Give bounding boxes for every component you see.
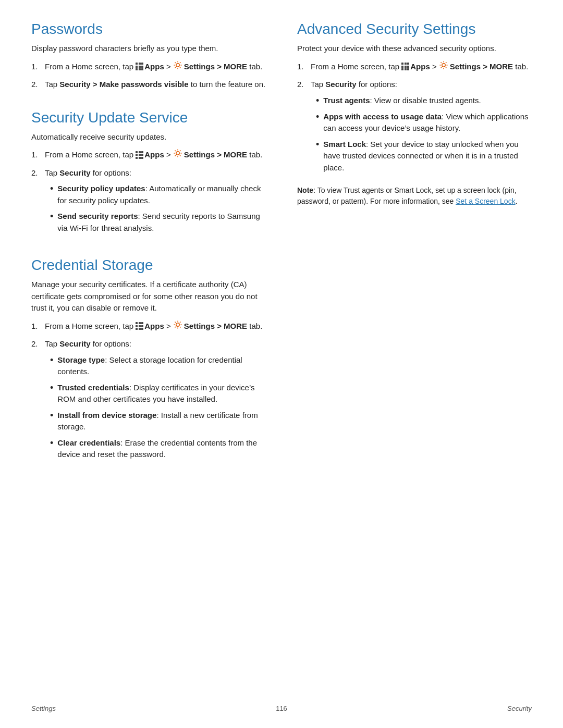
page: PasswordsDisplay password characters bri… — [0, 0, 563, 728]
step-item: 1.From a Home screen, tap Apps > Setting… — [31, 320, 266, 334]
set-screen-lock-link[interactable]: Set a Screen Lock — [456, 197, 515, 205]
svg-line-8 — [175, 67, 176, 68]
step-content: From a Home screen, tap Apps > Settings … — [45, 149, 266, 162]
svg-line-33 — [446, 67, 447, 68]
step-content: Tap Security for options:Trust agents: V… — [311, 79, 532, 178]
bullet-list: Trust agents: View or disable trusted ag… — [316, 95, 532, 174]
bullet-list: Security policy updates: Automatically o… — [50, 183, 266, 234]
section-title: Passwords — [31, 21, 266, 38]
svg-line-17 — [175, 155, 176, 156]
step-item: 1.From a Home screen, tap Apps > Setting… — [31, 149, 266, 162]
apps-grid-icon — [401, 63, 409, 70]
list-item: Apps with access to usage data: View whi… — [316, 111, 532, 134]
svg-line-32 — [440, 62, 442, 63]
section-security-update-service: Security Update ServiceAutomatically rec… — [31, 109, 266, 239]
list-item: Clear credentials: Erase the credential … — [50, 437, 266, 461]
step-content: Tap Security for options:Storage type: S… — [45, 338, 266, 465]
list-item: Trust agents: View or disable trusted ag… — [316, 95, 532, 107]
page-footer: Settings 116 Security — [31, 705, 532, 712]
settings-gear-icon — [173, 320, 182, 333]
section-credential-storage: Credential StorageManage your security c… — [31, 257, 266, 465]
right-column: Advanced Security SettingsProtect your d… — [297, 21, 532, 484]
step-item: 1.From a Home screen, tap Apps > Setting… — [297, 61, 532, 74]
left-column: PasswordsDisplay password characters bri… — [31, 21, 266, 484]
step-item: 2.Tap Security > Make passwords visible … — [31, 79, 266, 91]
two-column-layout: PasswordsDisplay password characters bri… — [31, 21, 532, 484]
section-title: Advanced Security Settings — [297, 21, 532, 38]
footer-right: Security — [507, 705, 532, 712]
svg-line-26 — [175, 327, 176, 328]
step-item: 2.Tap Security for options:Trust agents:… — [297, 79, 532, 178]
step-content: From a Home screen, tap Apps > Settings … — [45, 320, 266, 334]
steps-list: 1.From a Home screen, tap Apps > Setting… — [31, 61, 266, 91]
svg-point-18 — [176, 323, 179, 326]
step-item: 1.From a Home screen, tap Apps > Setting… — [31, 61, 266, 74]
step-number: 1. — [31, 61, 42, 74]
svg-line-16 — [180, 151, 181, 152]
section-description: Protect your device with these advanced … — [297, 43, 532, 55]
svg-line-6 — [180, 67, 181, 68]
apps-grid-icon — [136, 322, 143, 330]
svg-line-5 — [175, 62, 176, 63]
step-content: From a Home screen, tap Apps > Settings … — [311, 61, 532, 74]
svg-point-9 — [176, 152, 179, 155]
svg-line-7 — [180, 62, 181, 63]
svg-line-25 — [180, 322, 181, 323]
step-number: 2. — [297, 79, 308, 178]
section-description: Display password characters briefly as y… — [31, 43, 266, 55]
svg-point-27 — [442, 63, 445, 66]
page-number: 116 — [276, 705, 287, 712]
footer-left: Settings — [31, 705, 56, 712]
svg-point-0 — [176, 63, 179, 66]
list-item: Trusted credentials: Display certificate… — [50, 382, 266, 405]
step-content: Tap Security > Make passwords visible to… — [45, 79, 266, 91]
steps-list: 1.From a Home screen, tap Apps > Setting… — [31, 149, 266, 238]
list-item: Send security reports: Send security rep… — [50, 211, 266, 234]
svg-line-34 — [446, 62, 447, 63]
settings-gear-icon — [173, 60, 182, 73]
list-item: Security policy updates: Automatically o… — [50, 183, 266, 206]
step-item: 2.Tap Security for options:Security poli… — [31, 167, 266, 239]
steps-list: 1.From a Home screen, tap Apps > Setting… — [31, 320, 266, 465]
svg-line-14 — [175, 151, 176, 152]
step-number: 2. — [31, 79, 42, 91]
settings-gear-icon — [439, 60, 448, 73]
bullet-list: Storage type: Select a storage location … — [50, 354, 266, 461]
svg-line-23 — [175, 322, 176, 323]
section-title: Credential Storage — [31, 257, 266, 274]
apps-grid-icon — [136, 63, 143, 70]
step-content: From a Home screen, tap Apps > Settings … — [45, 61, 266, 74]
section-passwords: PasswordsDisplay password characters bri… — [31, 21, 266, 91]
list-item: Install from device storage: Install a n… — [50, 410, 266, 433]
section-description: Automatically receive security updates. — [31, 131, 266, 143]
note-label: Note — [297, 186, 313, 194]
step-number: 1. — [31, 320, 42, 334]
settings-gear-icon — [173, 149, 182, 162]
note-paragraph: Note: To view Trust agents or Smart Lock… — [297, 185, 532, 207]
step-number: 2. — [31, 338, 42, 465]
step-number: 1. — [297, 61, 308, 74]
section-advanced-security-settings: Advanced Security SettingsProtect your d… — [297, 21, 532, 207]
step-number: 1. — [31, 149, 42, 162]
section-description: Manage your security certificates. If a … — [31, 279, 266, 314]
svg-line-24 — [180, 327, 181, 328]
apps-grid-icon — [136, 151, 143, 159]
step-item: 2.Tap Security for options:Storage type:… — [31, 338, 266, 465]
step-number: 2. — [31, 167, 42, 239]
list-item: Smart Lock: Set your device to stay unlo… — [316, 139, 532, 174]
list-item: Storage type: Select a storage location … — [50, 354, 266, 378]
section-title: Security Update Service — [31, 109, 266, 126]
steps-list: 1.From a Home screen, tap Apps > Setting… — [297, 61, 532, 178]
step-content: Tap Security for options:Security policy… — [45, 167, 266, 239]
svg-line-15 — [180, 155, 181, 156]
svg-line-35 — [440, 67, 442, 68]
